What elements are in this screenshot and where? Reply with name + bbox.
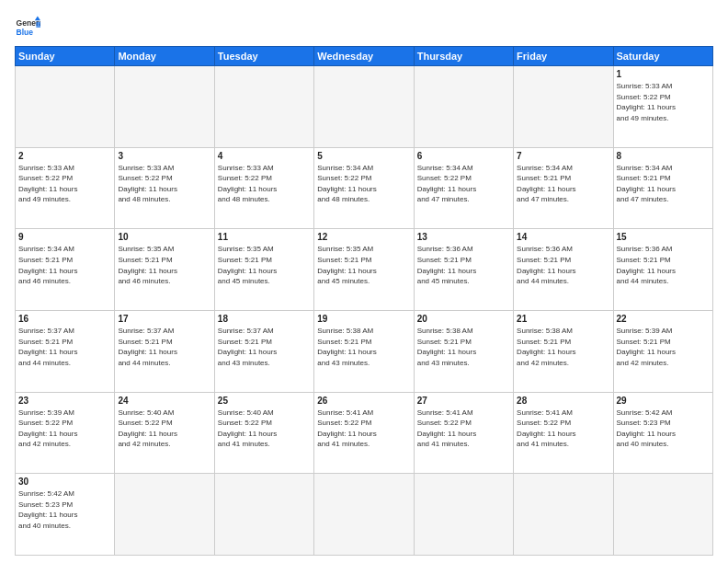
calendar-week-row: 1Sunrise: 5:33 AM Sunset: 5:22 PM Daylig…: [16, 66, 713, 148]
day-number: 19: [317, 314, 410, 324]
calendar-week-row: 9Sunrise: 5:34 AM Sunset: 5:21 PM Daylig…: [16, 229, 713, 311]
day-number: 28: [517, 396, 609, 406]
calendar-cell: 11Sunrise: 5:35 AM Sunset: 5:21 PM Dayli…: [214, 229, 313, 311]
day-number: 24: [118, 396, 210, 406]
calendar-cell: [414, 474, 513, 556]
day-number: 16: [18, 314, 111, 324]
day-info: Sunrise: 5:35 AM Sunset: 5:21 PM Dayligh…: [218, 244, 311, 286]
day-info: Sunrise: 5:34 AM Sunset: 5:21 PM Dayligh…: [18, 244, 111, 286]
weekday-header-thursday: Thursday: [414, 47, 513, 66]
calendar-cell: 2Sunrise: 5:33 AM Sunset: 5:22 PM Daylig…: [16, 147, 115, 229]
day-info: Sunrise: 5:37 AM Sunset: 5:21 PM Dayligh…: [218, 326, 311, 368]
day-number: 6: [417, 151, 510, 161]
day-info: Sunrise: 5:35 AM Sunset: 5:21 PM Dayligh…: [317, 244, 410, 286]
day-info: Sunrise: 5:38 AM Sunset: 5:21 PM Dayligh…: [317, 326, 410, 368]
day-number: 5: [317, 151, 410, 161]
day-info: Sunrise: 5:42 AM Sunset: 5:23 PM Dayligh…: [18, 488, 111, 531]
calendar-week-row: 23Sunrise: 5:39 AM Sunset: 5:22 PM Dayli…: [16, 392, 713, 474]
weekday-header-saturday: Saturday: [613, 47, 712, 66]
day-number: 27: [417, 396, 510, 406]
calendar-cell: 23Sunrise: 5:39 AM Sunset: 5:22 PM Dayli…: [16, 392, 115, 474]
day-number: 21: [517, 314, 609, 324]
day-info: Sunrise: 5:34 AM Sunset: 5:22 PM Dayligh…: [417, 163, 510, 205]
svg-text:Blue: Blue: [17, 28, 34, 37]
calendar-cell: 28Sunrise: 5:41 AM Sunset: 5:22 PM Dayli…: [514, 392, 613, 474]
calendar-cell: 30Sunrise: 5:42 AM Sunset: 5:23 PM Dayli…: [16, 474, 115, 556]
day-info: Sunrise: 5:33 AM Sunset: 5:22 PM Dayligh…: [617, 81, 710, 123]
calendar-cell: 7Sunrise: 5:34 AM Sunset: 5:21 PM Daylig…: [514, 147, 613, 229]
day-number: 3: [118, 151, 210, 161]
calendar-cell: [115, 66, 214, 148]
day-number: 23: [18, 396, 111, 406]
calendar-cell: 29Sunrise: 5:42 AM Sunset: 5:23 PM Dayli…: [613, 392, 712, 474]
day-number: 30: [18, 477, 111, 487]
day-number: 11: [218, 232, 311, 242]
calendar-cell: 26Sunrise: 5:41 AM Sunset: 5:22 PM Dayli…: [314, 392, 414, 474]
day-number: 15: [617, 232, 710, 242]
calendar-cell: [214, 474, 313, 556]
day-number: 14: [517, 232, 609, 242]
day-number: 17: [118, 314, 210, 324]
day-info: Sunrise: 5:41 AM Sunset: 5:22 PM Dayligh…: [417, 408, 510, 450]
calendar-cell: 10Sunrise: 5:35 AM Sunset: 5:21 PM Dayli…: [115, 229, 214, 311]
day-info: Sunrise: 5:41 AM Sunset: 5:22 PM Dayligh…: [317, 408, 410, 450]
day-number: 8: [617, 151, 710, 161]
day-number: 9: [18, 232, 111, 242]
calendar-cell: 5Sunrise: 5:34 AM Sunset: 5:22 PM Daylig…: [314, 147, 414, 229]
weekday-header-wednesday: Wednesday: [314, 47, 414, 66]
day-info: Sunrise: 5:38 AM Sunset: 5:21 PM Dayligh…: [417, 326, 510, 368]
generalblue-logo-icon: General Blue: [15, 15, 40, 40]
logo: General Blue: [15, 11, 40, 40]
calendar-cell: [314, 66, 414, 148]
calendar-cell: 18Sunrise: 5:37 AM Sunset: 5:21 PM Dayli…: [214, 310, 313, 392]
day-number: 26: [317, 396, 410, 406]
day-info: Sunrise: 5:36 AM Sunset: 5:21 PM Dayligh…: [617, 244, 710, 286]
calendar-cell: 24Sunrise: 5:40 AM Sunset: 5:22 PM Dayli…: [115, 392, 214, 474]
calendar-cell: 9Sunrise: 5:34 AM Sunset: 5:21 PM Daylig…: [16, 229, 115, 311]
calendar-cell: 8Sunrise: 5:34 AM Sunset: 5:21 PM Daylig…: [613, 147, 712, 229]
day-info: Sunrise: 5:40 AM Sunset: 5:22 PM Dayligh…: [118, 408, 210, 450]
day-info: Sunrise: 5:33 AM Sunset: 5:22 PM Dayligh…: [18, 163, 111, 205]
day-info: Sunrise: 5:34 AM Sunset: 5:21 PM Dayligh…: [617, 163, 710, 205]
calendar-cell: 1Sunrise: 5:33 AM Sunset: 5:22 PM Daylig…: [613, 66, 712, 148]
calendar-cell: 19Sunrise: 5:38 AM Sunset: 5:21 PM Dayli…: [314, 310, 414, 392]
day-number: 7: [517, 151, 609, 161]
calendar-week-row: 2Sunrise: 5:33 AM Sunset: 5:22 PM Daylig…: [16, 147, 713, 229]
calendar-cell: 3Sunrise: 5:33 AM Sunset: 5:22 PM Daylig…: [115, 147, 214, 229]
calendar-cell: 22Sunrise: 5:39 AM Sunset: 5:21 PM Dayli…: [613, 310, 712, 392]
day-number: 10: [118, 232, 210, 242]
calendar-cell: [314, 474, 414, 556]
calendar-cell: 15Sunrise: 5:36 AM Sunset: 5:21 PM Dayli…: [613, 229, 712, 311]
day-number: 18: [218, 314, 311, 324]
day-info: Sunrise: 5:36 AM Sunset: 5:21 PM Dayligh…: [417, 244, 510, 286]
day-info: Sunrise: 5:38 AM Sunset: 5:21 PM Dayligh…: [517, 326, 609, 368]
calendar-cell: 13Sunrise: 5:36 AM Sunset: 5:21 PM Dayli…: [414, 229, 513, 311]
day-number: 12: [317, 232, 410, 242]
day-number: 20: [417, 314, 510, 324]
calendar-cell: 16Sunrise: 5:37 AM Sunset: 5:21 PM Dayli…: [16, 310, 115, 392]
calendar-cell: [16, 66, 115, 148]
weekday-header-sunday: Sunday: [16, 47, 115, 66]
day-info: Sunrise: 5:39 AM Sunset: 5:21 PM Dayligh…: [617, 326, 710, 368]
calendar-cell: 21Sunrise: 5:38 AM Sunset: 5:21 PM Dayli…: [514, 310, 613, 392]
calendar-cell: [414, 66, 513, 148]
calendar-cell: 17Sunrise: 5:37 AM Sunset: 5:21 PM Dayli…: [115, 310, 214, 392]
weekday-header-row: SundayMondayTuesdayWednesdayThursdayFrid…: [16, 47, 713, 66]
day-info: Sunrise: 5:41 AM Sunset: 5:22 PM Dayligh…: [517, 408, 609, 450]
calendar-cell: [613, 474, 712, 556]
calendar-cell: 12Sunrise: 5:35 AM Sunset: 5:21 PM Dayli…: [314, 229, 414, 311]
svg-marker-3: [36, 22, 40, 28]
day-info: Sunrise: 5:40 AM Sunset: 5:22 PM Dayligh…: [218, 408, 311, 450]
calendar-cell: [514, 66, 613, 148]
day-number: 2: [18, 151, 111, 161]
day-info: Sunrise: 5:36 AM Sunset: 5:21 PM Dayligh…: [517, 244, 609, 286]
day-info: Sunrise: 5:34 AM Sunset: 5:22 PM Dayligh…: [317, 163, 410, 205]
calendar-table: SundayMondayTuesdayWednesdayThursdayFrid…: [15, 46, 713, 556]
day-info: Sunrise: 5:42 AM Sunset: 5:23 PM Dayligh…: [617, 408, 710, 450]
weekday-header-tuesday: Tuesday: [214, 47, 313, 66]
day-number: 29: [617, 396, 710, 406]
calendar-cell: [115, 474, 214, 556]
calendar-cell: 20Sunrise: 5:38 AM Sunset: 5:21 PM Dayli…: [414, 310, 513, 392]
day-info: Sunrise: 5:37 AM Sunset: 5:21 PM Dayligh…: [18, 326, 111, 368]
calendar-cell: 25Sunrise: 5:40 AM Sunset: 5:22 PM Dayli…: [214, 392, 313, 474]
